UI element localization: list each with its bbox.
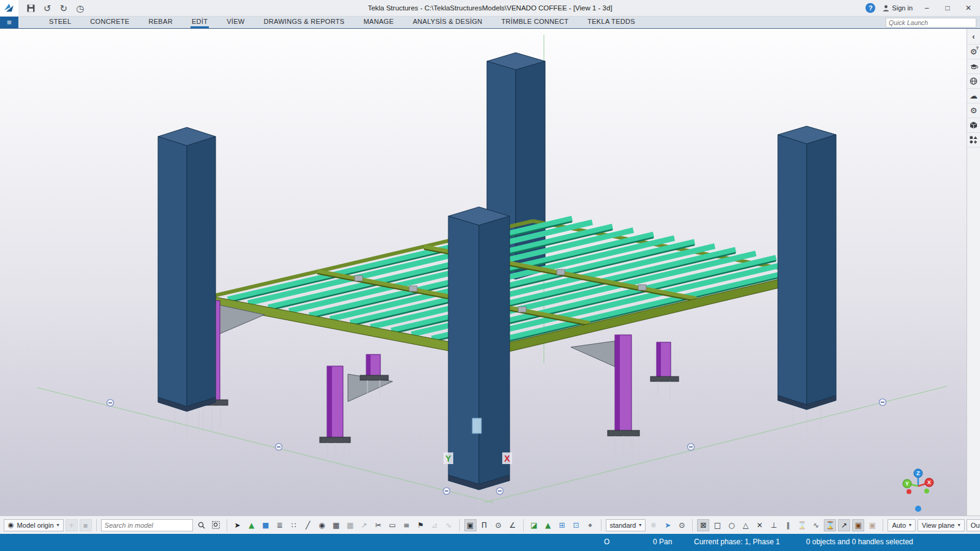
snap-extension-icon[interactable]: ⌛	[796, 519, 808, 531]
restore-button[interactable]: □	[941, 4, 954, 12]
origin-lock-button[interactable]: ▪	[80, 519, 92, 531]
ribbon-tab[interactable]: ANALYSİS & DESİGN	[412, 17, 484, 28]
toolbar-glyph: ▦	[347, 522, 353, 529]
fly-mode-icon[interactable]: ➤	[662, 519, 674, 531]
global-services-icon[interactable]	[967, 74, 980, 89]
collapse-panel-icon[interactable]: ‹	[967, 29, 980, 45]
model-origin-dropdown[interactable]: ◉ Model origin ▾	[4, 519, 64, 531]
select-lists-icon[interactable]: ≡	[401, 519, 413, 531]
select-assemblies-icon[interactable]: ⊿	[429, 519, 441, 531]
selection-handle[interactable]	[472, 418, 481, 433]
cloud-icon[interactable]: ☁	[967, 89, 980, 103]
snap-any-icon[interactable]: ⌛	[824, 519, 836, 531]
select-welds-icon[interactable]: ◉	[316, 519, 328, 531]
select-parts-icon[interactable]: ■	[260, 519, 272, 531]
depth-dropdown[interactable]: Auto ▾	[888, 519, 916, 531]
model-3d-scene: Y X Z Y X	[0, 29, 980, 516]
model-search-input[interactable]	[101, 519, 193, 531]
history-icon[interactable]: ◷	[76, 4, 84, 13]
toolbar-glyph: ◉	[318, 522, 325, 529]
partner-help-icon[interactable]: ⚙?	[967, 45, 980, 59]
help-icon[interactable]: ?	[865, 3, 875, 13]
outline-planes-dropdown[interactable]: Outline planes ▾	[967, 519, 980, 531]
learning-icon[interactable]	[967, 59, 980, 74]
toolbar-glyph: ⚑	[417, 522, 424, 529]
dropdown-label: standard	[610, 522, 636, 529]
profile-icon[interactable]: Π	[478, 519, 491, 531]
select-lines-icon[interactable]: ╱	[302, 519, 314, 531]
ucs-x-label: X	[927, 479, 931, 485]
snap-geometry-icon[interactable]: □	[711, 519, 723, 531]
settings-gear-icon[interactable]: ⚙	[967, 103, 980, 118]
ribbon-tab[interactable]: TEKLA TEDDS	[586, 17, 636, 28]
sign-in-button[interactable]: Sign in	[883, 4, 913, 12]
snap-perpendicular-icon[interactable]: ⊥	[767, 519, 780, 531]
search-icon[interactable]	[195, 519, 208, 531]
search-group	[101, 519, 222, 531]
ribbon-tab[interactable]: TRİMBLE CONNECT	[500, 17, 570, 28]
origin-add-button[interactable]: +	[66, 519, 78, 531]
view-plane-dropdown[interactable]: View plane ▾	[918, 519, 965, 531]
rendering-dropdown[interactable]: standard ▾	[606, 519, 646, 531]
ribbon-tab[interactable]: REBAR	[147, 17, 173, 28]
model-warehouse-icon[interactable]	[967, 118, 980, 133]
select-points-icon[interactable]: ∷	[288, 519, 300, 531]
view-grid-icon[interactable]: ⊞	[556, 519, 568, 531]
steel-column-right[interactable]	[778, 126, 836, 434]
select-flags-icon[interactable]: ⚑	[415, 519, 427, 531]
freeze-icon[interactable]: ❄	[647, 519, 660, 531]
select-grid-lines-icon[interactable]: ▦	[344, 519, 356, 531]
steel-column-front[interactable]	[448, 207, 510, 511]
snap-free-icon[interactable]: ↗	[838, 519, 850, 531]
toolbar-glyph: ∿	[813, 522, 819, 529]
phase-a-icon[interactable]: ▣	[852, 519, 864, 531]
panel-toggle-icon[interactable]: ▣	[464, 519, 477, 531]
ribbon-tab[interactable]: DRAWINGS & REPORTS	[262, 17, 345, 28]
snap-triangle-icon[interactable]: △	[739, 519, 752, 531]
ribbon-tab[interactable]: STEEL	[48, 17, 72, 28]
toolbar-glyph: ∿	[446, 522, 452, 529]
steel-column-left[interactable]	[158, 127, 216, 437]
phase-b-icon[interactable]: ▣	[866, 519, 878, 531]
ucs-y-label: Y	[905, 481, 909, 487]
angle-icon[interactable]: ∠	[507, 519, 519, 531]
redo-icon[interactable]: ↻	[60, 4, 68, 13]
select-views-icon[interactable]: ▭	[386, 519, 399, 531]
select-connections-icon[interactable]: ≣	[274, 519, 286, 531]
snap-circle-icon[interactable]: ○	[725, 519, 737, 531]
snap-reference-icon[interactable]: ⊠	[697, 519, 709, 531]
eye-view-icon[interactable]: ⊙	[676, 519, 688, 531]
snap-parallel-icon[interactable]: ∥	[782, 519, 794, 531]
snap-cross-icon[interactable]: ✕	[753, 519, 766, 531]
select-all-icon[interactable]: ➤	[232, 519, 244, 531]
select-components-icon[interactable]: ▲	[246, 519, 258, 531]
toolbar-glyph: ✕	[756, 522, 763, 529]
render-components-icon[interactable]: ▲	[542, 519, 554, 531]
undo-icon[interactable]: ↺	[43, 4, 51, 13]
visibility-icon[interactable]: ⊙	[492, 519, 505, 531]
phase-status[interactable]: Current phase: 1, Phase 1	[694, 538, 780, 546]
select-cuts-icon[interactable]: ✂	[372, 519, 385, 531]
view-pattern-icon[interactable]: ⊡	[570, 519, 582, 531]
quick-launch-box[interactable]	[886, 18, 976, 28]
select-polylines-icon[interactable]: ↗	[358, 519, 371, 531]
select-in-model-icon[interactable]	[210, 519, 222, 531]
select-reinforcement-icon[interactable]: ∿	[443, 519, 455, 531]
save-icon[interactable]	[27, 4, 35, 12]
applications-components-icon[interactable]	[967, 133, 980, 148]
ribbon-tab[interactable]: EDİT	[190, 17, 209, 28]
ribbon-tab[interactable]: VİEW	[225, 17, 246, 28]
snap-nearest-icon[interactable]: ∿	[810, 519, 822, 531]
minimize-button[interactable]: –	[920, 4, 933, 12]
quick-launch-input[interactable]	[889, 19, 973, 26]
ribbon-tab[interactable]: CONCRETE	[89, 17, 130, 28]
toolbar-glyph: □	[714, 522, 721, 529]
file-menu-button[interactable]: ≡	[0, 17, 18, 28]
ribbon-tab[interactable]: MANAGE	[362, 17, 394, 28]
select-grids-icon[interactable]: ▦	[330, 519, 342, 531]
close-button[interactable]: ✕	[962, 4, 975, 12]
zoom-select-icon[interactable]: ⌖	[584, 519, 597, 531]
render-parts-icon[interactable]: ◪	[528, 519, 540, 531]
model-3d-view[interactable]: Y X Z Y X	[0, 28, 980, 515]
toolbar-glyph: ○	[728, 522, 734, 529]
